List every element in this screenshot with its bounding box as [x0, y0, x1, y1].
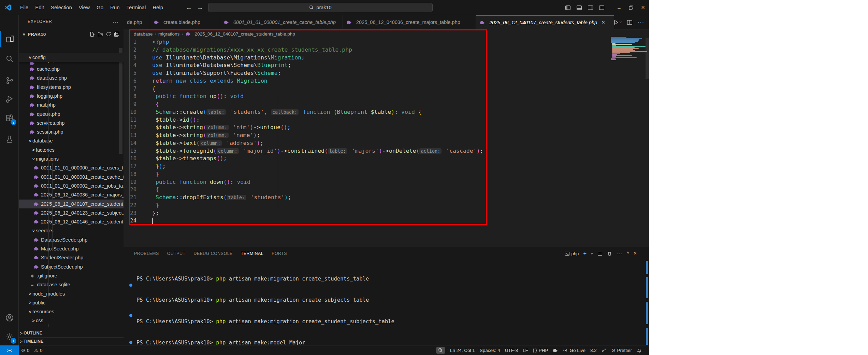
run-button[interactable]: >	[613, 19, 622, 25]
tree-item--gitignore[interactable]: ◆.gitignore	[19, 271, 124, 280]
tree-item-studentseeder-php[interactable]: StudentSeeder.php	[19, 253, 124, 262]
status-prettier[interactable]: ⊘Prettier	[609, 345, 634, 355]
panel-more-icon[interactable]: ···	[617, 251, 622, 256]
code-line-14[interactable]: 14 $table->text(column: 'address');	[124, 139, 649, 147]
tree-item-database-sqlite[interactable]: ≡database.sqlite	[19, 280, 124, 289]
status-utf-8[interactable]: UTF-8	[503, 345, 520, 355]
menu-selection[interactable]: Selection	[47, 3, 75, 12]
menu-view[interactable]: View	[75, 3, 93, 12]
tree-item-public[interactable]: >public	[19, 298, 124, 307]
status-ln-24-col-1[interactable]: Ln 24, Col 1	[448, 345, 477, 355]
outline-section[interactable]: > OUTLINE	[19, 329, 124, 337]
breadcrumb-item[interactable]: database	[134, 31, 153, 37]
activity-extensions-icon[interactable]: 2	[0, 110, 19, 126]
tree-item-migrations[interactable]: >migrations	[19, 154, 124, 163]
code-line-13[interactable]: 13 $table->string(column: 'name');	[124, 132, 649, 139]
activity-testing-icon[interactable]	[0, 131, 19, 148]
tree-item-node-modules[interactable]: >node_modules	[19, 289, 124, 298]
tree-item-seeders[interactable]: >seeders	[19, 226, 124, 235]
refresh-icon[interactable]	[106, 31, 111, 37]
terminal-profile[interactable]: php	[565, 251, 579, 256]
command-center-search[interactable]: prak10	[208, 3, 433, 12]
activity-settings-icon[interactable]: 1	[0, 329, 19, 345]
tree-item-partial[interactable]: auth.php	[19, 62, 124, 65]
code-line-10[interactable]: 10 Schema::create(table: 'students', cal…	[124, 108, 649, 116]
toggle-secondary-sidebar-icon[interactable]	[588, 5, 593, 11]
status-zoombox[interactable]	[434, 345, 448, 355]
status-key[interactable]	[599, 345, 609, 355]
tree-item-factories[interactable]: >factories	[19, 146, 124, 154]
code-line-11[interactable]: 11 $table->id();	[124, 116, 649, 124]
panel-tab-output[interactable]: OUTPUT	[167, 247, 186, 260]
tree-item-services-php[interactable]: services.php	[19, 119, 124, 127]
kill-terminal-icon[interactable]	[607, 251, 612, 256]
activity-search-icon[interactable]	[0, 51, 19, 67]
tree-item-session-php[interactable]: session.php	[19, 127, 124, 136]
forward-arrow-icon[interactable]: →	[197, 4, 203, 11]
code-line-15[interactable]: 15 $table->foreignId(column: 'major_id')…	[124, 147, 649, 155]
activity-run-debug-icon[interactable]	[0, 91, 19, 107]
tab-create-blade-php[interactable]: create.blade.php	[150, 15, 220, 29]
close-button[interactable]: ×	[637, 0, 649, 15]
close-tab-icon[interactable]: ×	[602, 19, 605, 26]
tree-item-2025-06-12-040146-create-student-[interactable]: 2025_06_12_040146_create_student...	[19, 217, 124, 226]
code-line-21[interactable]: 21 Schema::dropIfExists(table: 'students…	[124, 194, 649, 202]
tree-item-0001-01-01-000002-create-jobs-ta-[interactable]: 0001_01_01_000002_create_jobs_ta...	[19, 181, 124, 190]
restore-button[interactable]	[625, 0, 637, 15]
menu-help[interactable]: Help	[149, 3, 167, 12]
code-editor[interactable]: 1<?php2// database/migrations/xxxx_xx_xx…	[124, 38, 649, 247]
menu-go[interactable]: Go	[93, 3, 107, 12]
explorer-more-icon[interactable]: ···	[113, 19, 119, 25]
tree-item-majorseeder-php[interactable]: MajorSeeder.php	[19, 244, 124, 253]
code-line-16[interactable]: 16 $table->timestamps();	[124, 155, 649, 163]
status-spaces-4[interactable]: Spaces: 4	[477, 345, 503, 355]
command-decoration-dot[interactable]	[129, 341, 132, 344]
tree-item-0001-01-01-000001-create-cache-t-[interactable]: 0001_01_01_000001_create_cache_t...	[19, 173, 124, 181]
activity-account-icon[interactable]	[0, 310, 19, 326]
command-decoration-dot[interactable]	[129, 314, 132, 317]
tree-item-config[interactable]: >config	[19, 53, 124, 62]
tree-item-database-php[interactable]: database.php	[19, 73, 124, 82]
more-actions-icon[interactable]: ···	[638, 19, 644, 25]
project-root-row[interactable]: > PRAK10	[19, 29, 124, 39]
tab-de-php[interactable]: de.php	[124, 15, 150, 29]
tab-2025-06-12-040036-create-majors-table-php[interactable]: 2025_06_12_040036_create_majors_table.ph…	[343, 15, 476, 29]
split-editor-icon[interactable]	[627, 19, 633, 25]
breadcrumb-item[interactable]: migrations	[158, 31, 179, 37]
code-line-3[interactable]: 3use Illuminate\Database\Migrations\Migr…	[124, 54, 649, 62]
split-terminal-icon[interactable]	[597, 251, 603, 256]
panel-tab-debug-console[interactable]: DEBUG CONSOLE	[193, 247, 232, 260]
status-php[interactable]: { }PHP	[531, 345, 551, 355]
status-elephant[interactable]	[550, 345, 560, 355]
editor-scrollbar[interactable]	[646, 38, 649, 79]
code-line-7[interactable]: 7{	[124, 85, 649, 93]
code-line-23[interactable]: 23};	[124, 209, 649, 217]
status-0[interactable]: ⚠0	[32, 345, 45, 355]
status-bell[interactable]	[634, 345, 644, 355]
code-line-4[interactable]: 4use Illuminate\Database\Schema\Blueprin…	[124, 62, 649, 69]
tree-item-2025-06-12-040036-create-majors-[interactable]: 2025_06_12_040036_create_majors_...	[19, 190, 124, 199]
tree-item-logging-php[interactable]: logging.php	[19, 92, 124, 100]
status-0[interactable]: ⊘0	[19, 345, 32, 355]
tree-item-js[interactable]: >js	[19, 325, 124, 327]
activity-source-control-icon[interactable]	[0, 72, 19, 89]
code-line-18[interactable]: 18 }	[124, 170, 649, 178]
status-lf[interactable]: LF	[520, 345, 531, 355]
tree-item-database[interactable]: >database	[19, 136, 124, 145]
code-line-19[interactable]: 19 public function down(): void	[124, 178, 649, 186]
sidebar-scrollbar[interactable]	[119, 48, 122, 154]
terminal-scrollbar[interactable]	[646, 328, 648, 345]
run-dropdown-icon[interactable]: >	[619, 21, 623, 23]
breadcrumb-item[interactable]: 2025_06_12_040107_create_students_table.…	[195, 31, 295, 37]
terminal-dropdown-icon[interactable]: >	[590, 252, 594, 255]
new-folder-icon[interactable]	[98, 31, 103, 37]
tree-item-2025-06-12-040107-create-student-[interactable]: 2025_06_12_040107_create_student...	[19, 200, 124, 208]
menu-run[interactable]: Run	[107, 3, 123, 12]
new-file-icon[interactable]	[89, 31, 95, 37]
command-decoration-dot[interactable]	[129, 284, 132, 287]
code-line-2[interactable]: 2// database/migrations/xxxx_xx_xx_creat…	[124, 46, 649, 54]
status-8.2[interactable]: 8.2	[588, 345, 599, 355]
code-line-5[interactable]: 5use Illuminate\Support\Facades\Schema;	[124, 69, 649, 77]
timeline-section[interactable]: > TIMELINE	[19, 337, 124, 345]
code-line-1[interactable]: 1<?php	[124, 38, 649, 46]
